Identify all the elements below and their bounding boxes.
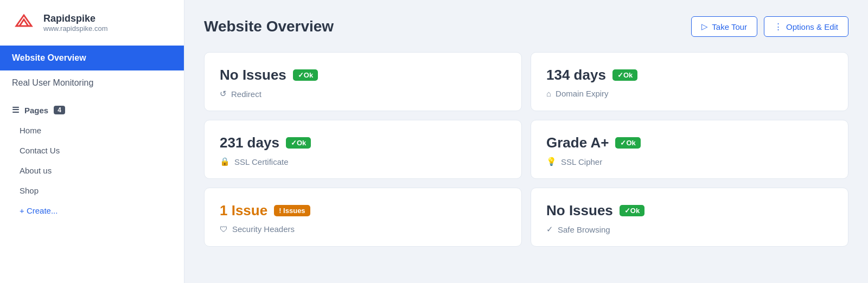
security-headers-status-badge: ! Issues bbox=[274, 205, 310, 216]
page-item-home[interactable]: Home bbox=[0, 120, 184, 140]
create-page-button[interactable]: + Create... bbox=[0, 201, 184, 221]
tour-play-icon: ▷ bbox=[701, 22, 708, 31]
domain-expiry-status-badge: ✓Ok bbox=[612, 69, 637, 81]
ssl-cert-status-badge: ✓Ok bbox=[286, 137, 311, 149]
redirect-label: Redirect bbox=[231, 89, 261, 99]
pages-icon: ☰ bbox=[12, 105, 19, 115]
safe-browsing-icon: ✓ bbox=[546, 224, 553, 234]
page-item-shop[interactable]: Shop bbox=[0, 181, 184, 201]
ssl-cipher-status-badge: ✓Ok bbox=[615, 137, 640, 149]
pages-section-header: ☰ Pages 4 bbox=[0, 95, 184, 120]
domain-expiry-label: Domain Expiry bbox=[556, 89, 609, 98]
ssl-cert-value: 231 days bbox=[220, 134, 279, 151]
ssl-cipher-icon: 💡 bbox=[546, 157, 557, 166]
safe-browsing-status-badge: ✓Ok bbox=[620, 205, 644, 216]
domain-expiry-value: 134 days bbox=[546, 67, 606, 83]
sidebar-item-real-user-monitoring[interactable]: Real User Monitoring bbox=[0, 70, 184, 95]
options-dots-icon: ⋮ bbox=[774, 22, 782, 31]
take-tour-label: Take Tour bbox=[712, 22, 747, 31]
domain-icon: ⌂ bbox=[546, 89, 551, 98]
domain-expiry-card: 134 days ✓Ok ⌂ Domain Expiry bbox=[531, 52, 848, 111]
ssl-cipher-value: Grade A+ bbox=[546, 134, 609, 151]
ssl-cipher-label: SSL Cipher bbox=[561, 157, 602, 166]
page-title: Website Overview bbox=[204, 18, 334, 35]
ssl-cert-label: SSL Certificate bbox=[234, 157, 289, 166]
ssl-certificate-card: 231 days ✓Ok 🔒 SSL Certificate bbox=[204, 120, 522, 179]
header-buttons: ▷ Take Tour ⋮ Options & Edit bbox=[691, 16, 848, 37]
security-headers-icon: 🛡 bbox=[220, 224, 228, 234]
security-headers-label: Security Headers bbox=[232, 224, 295, 234]
redirect-card: No Issues ✓Ok ↺ Redirect bbox=[204, 52, 522, 111]
pages-list: Home Contact Us About us Shop + Create..… bbox=[0, 120, 184, 221]
logo-area: Rapidspike www.rapidspike.com bbox=[0, 0, 184, 46]
redirect-status-badge: ✓Ok bbox=[293, 69, 318, 81]
ssl-cert-icon: 🔒 bbox=[220, 157, 230, 166]
take-tour-button[interactable]: ▷ Take Tour bbox=[691, 16, 757, 37]
options-edit-button[interactable]: ⋮ Options & Edit bbox=[764, 16, 848, 37]
safe-browsing-label: Safe Browsing bbox=[558, 225, 610, 234]
redirect-value: No Issues bbox=[220, 67, 286, 83]
rapidspike-logo-icon bbox=[12, 11, 36, 35]
logo-url: www.rapidspike.com bbox=[43, 24, 108, 33]
logo-name: Rapidspike bbox=[43, 13, 108, 24]
security-headers-value: 1 Issue bbox=[220, 202, 267, 219]
redirect-icon: ↺ bbox=[220, 89, 227, 99]
page-item-about-us[interactable]: About us bbox=[0, 160, 184, 181]
sidebar: Rapidspike www.rapidspike.com Website Ov… bbox=[0, 0, 184, 283]
pages-count-badge: 4 bbox=[54, 106, 65, 114]
main-content: Website Overview ▷ Take Tour ⋮ Options &… bbox=[184, 0, 868, 283]
safe-browsing-value: No Issues bbox=[546, 202, 613, 219]
safe-browsing-card: No Issues ✓Ok ✓ Safe Browsing bbox=[531, 188, 848, 247]
pages-label: Pages bbox=[24, 106, 48, 115]
options-edit-label: Options & Edit bbox=[786, 22, 838, 31]
sidebar-navigation: Website Overview Real User Monitoring ☰ … bbox=[0, 46, 184, 283]
overview-cards-grid: No Issues ✓Ok ↺ Redirect 134 days ✓Ok ⌂ … bbox=[204, 52, 848, 247]
page-item-contact-us[interactable]: Contact Us bbox=[0, 140, 184, 160]
security-headers-card: 1 Issue ! Issues 🛡 Security Headers bbox=[204, 188, 522, 247]
main-header: Website Overview ▷ Take Tour ⋮ Options &… bbox=[204, 16, 848, 37]
sidebar-item-website-overview[interactable]: Website Overview bbox=[0, 46, 184, 70]
ssl-cipher-card: Grade A+ ✓Ok 💡 SSL Cipher bbox=[531, 120, 848, 179]
